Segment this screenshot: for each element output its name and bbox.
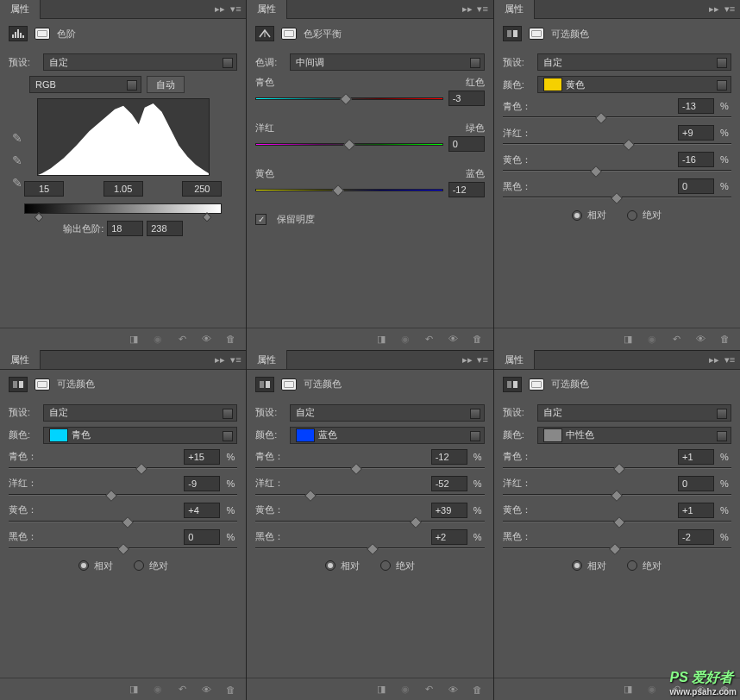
properties-tab[interactable]: 属性 xyxy=(247,0,287,19)
black-slider[interactable] xyxy=(503,547,731,549)
color-select[interactable]: 中性色 xyxy=(537,427,731,444)
absolute-radio[interactable]: 绝对 xyxy=(134,559,168,572)
previous-icon[interactable]: ◉ xyxy=(398,683,412,697)
delete-icon[interactable]: 🗑 xyxy=(223,683,237,697)
yellow-value[interactable]: +1 xyxy=(678,503,714,518)
delete-icon[interactable]: 🗑 xyxy=(223,332,237,346)
preset-select[interactable]: 自定 xyxy=(290,404,484,422)
preset-select[interactable]: 自定 xyxy=(537,53,731,71)
collapse-icon[interactable]: ▸▸ xyxy=(215,4,225,15)
eyedropper-white-icon[interactable]: ✎ xyxy=(12,176,28,191)
eyedropper-black-icon[interactable]: ✎ xyxy=(12,131,28,147)
channel-select[interactable]: RGB xyxy=(29,76,141,93)
yellow-value[interactable]: +4 xyxy=(184,503,220,518)
collapse-icon[interactable]: ▸▸ xyxy=(215,354,225,365)
visibility-icon[interactable]: 👁 xyxy=(693,332,707,346)
menu-icon[interactable]: ▾≡ xyxy=(478,4,488,15)
cyan-slider[interactable] xyxy=(9,467,237,469)
menu-icon[interactable]: ▾≡ xyxy=(724,4,735,15)
clip-icon[interactable]: ◨ xyxy=(127,332,141,346)
mask-icon[interactable] xyxy=(529,378,544,391)
properties-tab[interactable]: 属性 xyxy=(494,0,535,19)
yellow-slider[interactable] xyxy=(503,521,731,522)
menu-icon[interactable]: ▾≡ xyxy=(724,354,735,365)
reset-icon[interactable]: ↶ xyxy=(175,332,189,346)
mask-icon[interactable] xyxy=(34,28,50,40)
magenta-value[interactable]: -52 xyxy=(431,476,467,491)
collapse-icon[interactable]: ▸▸ xyxy=(709,354,719,365)
black-slider[interactable] xyxy=(255,547,484,549)
tone-select[interactable]: 中间调 xyxy=(290,53,484,71)
magenta-value[interactable]: +9 xyxy=(678,125,714,141)
yellow-blue-slider[interactable] xyxy=(255,189,442,191)
cyan-red-value[interactable]: -3 xyxy=(448,91,485,106)
properties-tab[interactable]: 属性 xyxy=(0,350,41,369)
delete-icon[interactable]: 🗑 xyxy=(471,332,485,346)
clip-icon[interactable]: ◨ xyxy=(374,332,388,346)
cyan-value[interactable]: +15 xyxy=(184,449,220,465)
reset-icon[interactable]: ↶ xyxy=(423,683,436,697)
relative-radio[interactable]: 相对 xyxy=(325,559,360,572)
eyedropper-gray-icon[interactable]: ✎ xyxy=(12,153,28,169)
cyan-value[interactable]: +1 xyxy=(678,449,714,465)
cyan-slider[interactable] xyxy=(255,467,484,469)
previous-icon[interactable]: ◉ xyxy=(645,683,659,697)
previous-icon[interactable]: ◉ xyxy=(645,332,659,346)
slider-handle[interactable] xyxy=(332,184,344,196)
collapse-icon[interactable]: ▸▸ xyxy=(462,354,473,365)
yellow-blue-value[interactable]: -12 xyxy=(448,182,485,197)
collapse-icon[interactable]: ▸▸ xyxy=(462,4,473,15)
black-slider[interactable] xyxy=(9,547,237,549)
output-highlight[interactable]: 238 xyxy=(147,221,183,236)
input-shadow[interactable]: 15 xyxy=(24,181,64,197)
color-select[interactable]: 黄色 xyxy=(537,76,731,93)
black-value[interactable]: -2 xyxy=(678,529,714,545)
auto-button[interactable]: 自动 xyxy=(147,76,185,93)
cyan-value[interactable]: -12 xyxy=(431,449,467,465)
cyan-value[interactable]: -13 xyxy=(678,98,714,114)
visibility-icon[interactable]: 👁 xyxy=(447,683,461,697)
preserve-luminosity-checkbox[interactable] xyxy=(255,214,267,225)
delete-icon[interactable]: 🗑 xyxy=(718,332,731,346)
cyan-slider[interactable] xyxy=(503,116,731,118)
preset-select[interactable]: 自定 xyxy=(43,404,237,422)
previous-icon[interactable]: ◉ xyxy=(151,683,165,697)
black-slider[interactable] xyxy=(503,197,731,198)
output-shadow[interactable]: 18 xyxy=(107,221,143,236)
magenta-value[interactable]: -9 xyxy=(184,476,220,491)
menu-icon[interactable]: ▾≡ xyxy=(478,354,488,365)
color-select[interactable]: 蓝色 xyxy=(290,427,484,444)
yellow-value[interactable]: +39 xyxy=(431,503,467,518)
absolute-radio[interactable]: 绝对 xyxy=(627,559,662,572)
menu-icon[interactable]: ▾≡ xyxy=(230,354,241,365)
visibility-icon[interactable]: 👁 xyxy=(199,332,213,346)
magenta-slider[interactable] xyxy=(255,494,484,496)
color-select[interactable]: 青色 xyxy=(43,427,237,444)
relative-radio[interactable]: 相对 xyxy=(572,559,606,572)
cyan-red-slider[interactable] xyxy=(255,97,442,100)
yellow-slider[interactable] xyxy=(255,521,484,522)
visibility-icon[interactable]: 👁 xyxy=(447,332,461,346)
magenta-slider[interactable] xyxy=(503,494,731,496)
mask-icon[interactable] xyxy=(281,28,297,40)
slider-handle[interactable] xyxy=(343,138,355,150)
mask-icon[interactable] xyxy=(529,28,544,40)
preset-select[interactable]: 自定 xyxy=(537,404,731,422)
clip-icon[interactable]: ◨ xyxy=(374,683,388,697)
magenta-green-slider[interactable] xyxy=(255,143,442,146)
reset-icon[interactable]: ↶ xyxy=(423,332,436,346)
mask-icon[interactable] xyxy=(34,378,50,391)
magenta-slider[interactable] xyxy=(503,143,731,145)
reset-icon[interactable]: ↶ xyxy=(175,683,189,697)
mask-icon[interactable] xyxy=(281,378,297,391)
cyan-slider[interactable] xyxy=(503,467,731,469)
absolute-radio[interactable]: 绝对 xyxy=(380,559,415,572)
visibility-icon[interactable]: 👁 xyxy=(199,683,213,697)
black-value[interactable]: +2 xyxy=(431,529,467,545)
properties-tab[interactable]: 属性 xyxy=(0,0,41,19)
relative-radio[interactable]: 相对 xyxy=(572,209,606,222)
yellow-slider[interactable] xyxy=(9,521,237,522)
clip-icon[interactable]: ◨ xyxy=(621,683,635,697)
previous-icon[interactable]: ◉ xyxy=(398,332,412,346)
delete-icon[interactable]: 🗑 xyxy=(471,683,485,697)
